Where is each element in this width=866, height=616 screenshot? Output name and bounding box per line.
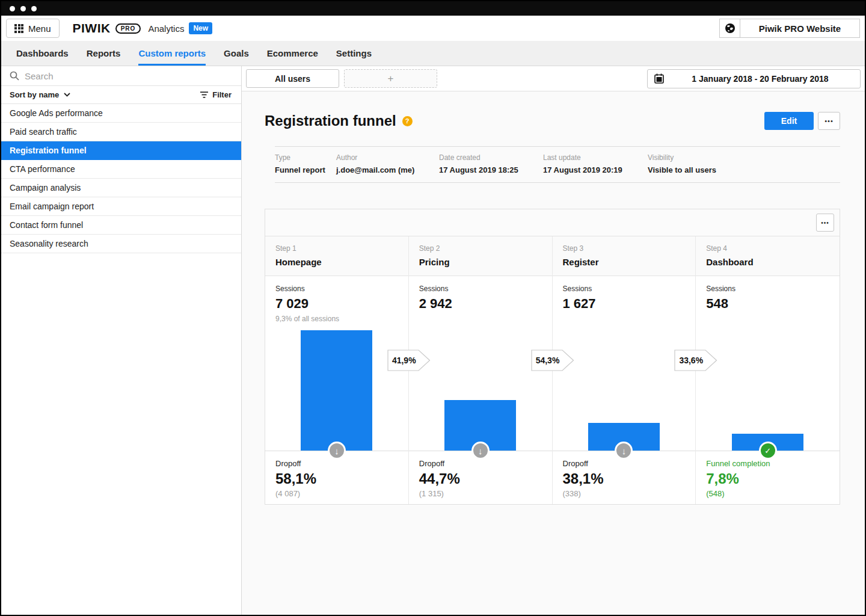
sidebar-item-registration-funnel[interactable]: Registration funnel xyxy=(1,141,241,160)
grid-menu-icon xyxy=(14,24,23,33)
sessions-label: Sessions xyxy=(419,285,542,293)
step-name: Dashboard xyxy=(706,257,829,267)
date-range-picker[interactable]: 1 January 2018 - 20 February 2018 xyxy=(647,69,861,88)
step-name: Pricing xyxy=(419,257,542,267)
stat-label: Funnel completion xyxy=(706,459,829,468)
meta-visibility: VisibilityVisible to all users xyxy=(648,153,716,174)
site-name[interactable]: Piwik PRO Website xyxy=(740,19,860,38)
sidebar-item-campaign-analysis[interactable]: Campaign analysis xyxy=(1,179,241,197)
more-options-button[interactable]: ••• xyxy=(818,112,840,130)
meta-label: Type xyxy=(275,153,336,162)
window-titlebar xyxy=(1,1,865,16)
meta-last-update: Last update17 August 2019 20:19 xyxy=(543,153,648,174)
sidebar-item-paid-search-traffic[interactable]: Paid search traffic xyxy=(1,123,241,141)
sidebar: Sort by name Filter Google Ads performan… xyxy=(1,66,242,615)
meta-label: Date created xyxy=(439,153,543,162)
meta-value: Visible to all users xyxy=(648,165,716,174)
completion-check-marker: ✓ xyxy=(759,442,777,460)
stat-label: Dropoff xyxy=(563,459,686,468)
app-header: Menu PIWIK PRO Analytics New Piwik PRO W… xyxy=(1,16,865,41)
step-header: Step 3Register xyxy=(553,236,696,276)
funnel-card: ••• Step 1HomepageSessions7 0299,3% of a… xyxy=(265,209,840,505)
sessions-block: Sessions7 0299,3% of all sessions xyxy=(265,276,408,323)
sidebar-item-contact-form-funnel[interactable]: Contact form funnel xyxy=(1,216,241,235)
tab-custom-reports[interactable]: Custom reports xyxy=(138,41,206,66)
new-badge: New xyxy=(189,22,212,34)
piwik-logo-text: PIWIK xyxy=(73,21,111,35)
meta-label: Author xyxy=(336,153,439,162)
meta-author: Authorj.doe@mail.com (me) xyxy=(336,153,439,174)
meta-value: j.doe@mail.com (me) xyxy=(336,165,439,174)
menu-button[interactable]: Menu xyxy=(6,19,60,38)
calendar-icon xyxy=(654,73,664,84)
sessions-block: Sessions548 xyxy=(696,276,840,312)
sessions-label: Sessions xyxy=(706,285,829,293)
filter-label: Filter xyxy=(212,90,232,99)
sidebar-item-google-ads-performance[interactable]: Google Ads performance xyxy=(1,104,241,123)
dropoff-arrow-marker: ↓ xyxy=(615,442,633,460)
chart-zone: ↓ xyxy=(553,331,696,451)
stat-count: (548) xyxy=(706,489,829,498)
menu-label: Menu xyxy=(28,23,51,34)
stat-value: 44,7% xyxy=(419,470,542,487)
stat-value: 38,1% xyxy=(563,470,686,487)
page-title: Registration funnel xyxy=(265,112,396,129)
sessions-block: Sessions2 942 xyxy=(409,276,552,312)
filter-button[interactable]: Filter xyxy=(200,90,232,99)
meta-value: 17 August 2019 20:19 xyxy=(543,165,648,174)
dropoff-arrow-marker: ↓ xyxy=(328,442,346,460)
window-control-icon[interactable] xyxy=(31,6,37,11)
sessions-value: 7 029 xyxy=(275,296,398,312)
tab-settings[interactable]: Settings xyxy=(336,41,372,66)
tab-reports[interactable]: Reports xyxy=(87,41,121,66)
meta-value: 17 August 2019 18:25 xyxy=(439,165,543,174)
help-icon[interactable]: ? xyxy=(402,116,413,126)
tab-dashboards[interactable]: Dashboards xyxy=(16,41,69,66)
edit-button[interactable]: Edit xyxy=(764,112,814,130)
sidebar-item-seasonality-research[interactable]: Seasonality research xyxy=(1,235,241,253)
step-label: Step 2 xyxy=(419,244,542,253)
sessions-note: 9,3% of all sessions xyxy=(275,315,398,323)
transition-value: 33,6% xyxy=(674,350,708,371)
chevron-down-icon xyxy=(64,93,70,97)
step-header: Step 4Dashboard xyxy=(696,236,840,276)
segment-all-users-button[interactable]: All users xyxy=(246,69,339,88)
sort-row: Sort by name Filter xyxy=(1,86,241,104)
tab-goals[interactable]: Goals xyxy=(224,41,249,66)
sidebar-item-email-campaign-report[interactable]: Email campaign report xyxy=(1,197,241,216)
step-header: Step 2Pricing xyxy=(409,236,552,276)
report-list: Google Ads performancePaid search traffi… xyxy=(1,104,241,253)
step-name: Homepage xyxy=(275,257,398,267)
meta-date-created: Date created17 August 2019 18:25 xyxy=(439,153,543,174)
step-label: Step 1 xyxy=(275,244,398,253)
step-label: Step 4 xyxy=(706,244,829,253)
funnel-card-toolbar: ••• xyxy=(265,209,840,236)
sort-by-name-control[interactable]: Sort by name xyxy=(10,90,70,99)
sessions-value: 548 xyxy=(706,296,829,312)
meta-label: Last update xyxy=(543,153,648,162)
main-panel: All users + 1 January 2018 - 20 February… xyxy=(242,66,865,615)
stat-count: (1 315) xyxy=(419,489,542,498)
transition-badge: 33,6% xyxy=(674,350,717,371)
step-header: Step 1Homepage xyxy=(265,236,408,276)
window-control-icon[interactable] xyxy=(10,6,15,11)
search-input[interactable] xyxy=(25,71,233,81)
sessions-label: Sessions xyxy=(563,285,686,293)
add-segment-button[interactable]: + xyxy=(344,69,437,88)
sort-label: Sort by name xyxy=(10,90,59,99)
search-row xyxy=(1,66,241,86)
globe-icon[interactable] xyxy=(719,19,740,38)
search-icon xyxy=(10,71,19,81)
funnel-more-options-button[interactable]: ••• xyxy=(816,214,834,232)
sessions-value: 1 627 xyxy=(563,296,686,312)
tab-ecommerce[interactable]: Ecommerce xyxy=(267,41,318,66)
step-label: Step 3 xyxy=(563,244,686,253)
chart-zone: ✓ xyxy=(696,331,840,451)
sidebar-item-cta-performance[interactable]: CTA performance xyxy=(1,160,241,179)
funnel-bar[interactable] xyxy=(301,330,372,451)
window-control-icon[interactable] xyxy=(20,6,26,11)
step-name: Register xyxy=(563,257,686,267)
site-selector[interactable]: Piwik PRO Website xyxy=(719,19,860,38)
pro-logo-pill: PRO xyxy=(115,23,141,34)
product-name: Analytics xyxy=(148,23,184,34)
